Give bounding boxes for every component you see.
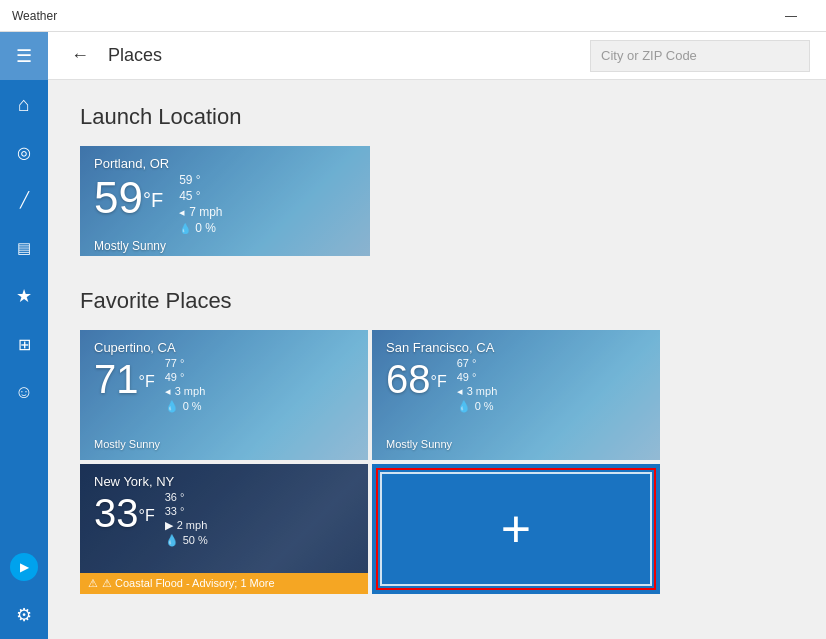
launch-low: 45 ° — [179, 189, 200, 203]
sidebar-item-maps[interactable]: ⊞ — [0, 320, 48, 368]
main-content: Launch Location Portland, OR 59°F 59 ° — [48, 80, 826, 639]
ny-high: 36 ° — [165, 491, 208, 503]
sidebar-item-hourly[interactable]: ╱ — [0, 176, 48, 224]
launch-condition: Mostly Sunny — [94, 239, 356, 253]
sidebar-item-favorites[interactable]: ★ — [0, 272, 48, 320]
add-plus-icon: + — [501, 503, 531, 555]
favorites-icon: ★ — [16, 285, 32, 307]
launch-high: 59 ° — [179, 173, 200, 187]
sf-wind-icon: ◂ — [457, 385, 463, 398]
launch-details: 59 ° 45 ° ◂ 7 mph 💧 0 % — [179, 173, 222, 235]
sidebar-item-msn[interactable]: ▶ — [0, 543, 48, 591]
ny-temp: 33°F — [94, 491, 155, 536]
sf-city: San Francisco, CA — [386, 340, 646, 355]
sf-temp-value: 68 — [386, 357, 431, 401]
favorites-grid: Cupertino, CA 71°F 77 ° 49 ° ◂3 mph 💧0 % — [80, 330, 660, 594]
alert-text: ⚠ Coastal Flood - Advisory; 1 More — [102, 577, 275, 590]
sf-details: 67 ° 49 ° ◂3 mph 💧0 % — [457, 357, 498, 413]
launch-temp: 59°F — [94, 173, 163, 223]
sidebar-item-news[interactable]: ☺ — [0, 368, 48, 416]
sidebar-item-current[interactable]: ◎ — [0, 128, 48, 176]
sf-low: 49 ° — [457, 371, 498, 383]
cupertino-temp-unit: °F — [139, 373, 155, 390]
cupertino-temp-row: 71°F 77 ° 49 ° ◂3 mph 💧0 % — [94, 357, 354, 436]
back-button[interactable]: ← — [64, 40, 96, 72]
ny-details: 36 ° 33 ° ▶2 mph 💧50 % — [165, 491, 208, 547]
ny-temp-value: 33 — [94, 491, 139, 535]
content-area: ← Places City or ZIP Code Launch Locatio… — [48, 32, 826, 639]
cupertino-high: 77 ° — [165, 357, 206, 369]
app-container: ☰ ⌂ ◎ ╱ ▤ ★ ⊞ ☺ ▶ ⚙ — [0, 32, 826, 639]
news-icon: ☺ — [15, 382, 33, 403]
ny-wind-icon: ▶ — [165, 519, 173, 532]
launch-low-row: 45 ° — [179, 189, 222, 203]
header: ← Places City or ZIP Code — [48, 32, 826, 80]
ny-temp-row: 33°F 36 ° 33 ° ▶2 mph 💧50 % — [94, 491, 354, 570]
cupertino-content: Cupertino, CA 71°F 77 ° 49 ° ◂3 mph 💧0 % — [80, 330, 368, 460]
favorite-card-san-francisco[interactable]: San Francisco, CA 68°F 67 ° 49 ° ◂3 mph … — [372, 330, 660, 460]
sf-temp-row: 68°F 67 ° 49 ° ◂3 mph 💧0 % — [386, 357, 646, 436]
back-icon: ← — [71, 45, 89, 66]
cupertino-details: 77 ° 49 ° ◂3 mph 💧0 % — [165, 357, 206, 413]
titlebar: Weather — — [0, 0, 826, 32]
sf-high: 67 ° — [457, 357, 498, 369]
daily-icon: ▤ — [17, 239, 31, 257]
launch-temp-value: 59 — [94, 173, 143, 222]
alert-icon: ⚠ — [88, 577, 98, 590]
sf-temp-unit: °F — [431, 373, 447, 390]
launch-temp-row: 59°F 59 ° 45 ° ◂ 7 mph — [94, 173, 356, 235]
home-icon: ⌂ — [18, 93, 30, 116]
ny-precip: 💧50 % — [165, 534, 208, 547]
sidebar-item-home[interactable]: ⌂ — [0, 80, 48, 128]
launch-card-content: Portland, OR 59°F 59 ° 45 ° — [80, 146, 370, 256]
launch-temp-unit: °F — [143, 189, 163, 211]
titlebar-controls: — — [768, 0, 814, 32]
cupertino-condition: Mostly Sunny — [94, 438, 354, 450]
search-input[interactable]: City or ZIP Code — [590, 40, 810, 72]
maps-icon: ⊞ — [18, 335, 31, 354]
sf-precip-icon: 💧 — [457, 400, 471, 413]
ny-low: 33 ° — [165, 505, 208, 517]
launch-high-row: 59 ° — [179, 173, 222, 187]
current-icon: ◎ — [17, 143, 31, 162]
hourly-icon: ╱ — [20, 191, 29, 209]
cupertino-low: 49 ° — [165, 371, 206, 383]
ny-temp-unit: °F — [139, 507, 155, 524]
sf-precip: 💧0 % — [457, 400, 498, 413]
launch-wind-row: ◂ 7 mph — [179, 205, 222, 219]
favorite-card-cupertino[interactable]: Cupertino, CA 71°F 77 ° 49 ° ◂3 mph 💧0 % — [80, 330, 368, 460]
sidebar-item-settings[interactable]: ⚙ — [0, 591, 48, 639]
ny-precip-icon: 💧 — [165, 534, 179, 547]
launch-wind: 7 mph — [189, 205, 222, 219]
page-title: Places — [108, 45, 578, 66]
sf-condition: Mostly Sunny — [386, 438, 646, 450]
sf-wind: ◂3 mph — [457, 385, 498, 398]
precip-drop-icon: 💧 — [179, 223, 191, 234]
cupertino-precip: 💧0 % — [165, 400, 206, 413]
cupertino-temp: 71°F — [94, 357, 155, 402]
settings-icon: ⚙ — [16, 604, 32, 626]
favorite-places-title: Favorite Places — [80, 288, 794, 314]
sidebar-item-hamburger[interactable]: ☰ — [0, 32, 48, 80]
launch-precip: 0 % — [195, 221, 216, 235]
cupertino-city: Cupertino, CA — [94, 340, 354, 355]
minimize-button[interactable]: — — [768, 0, 814, 32]
sf-content: San Francisco, CA 68°F 67 ° 49 ° ◂3 mph … — [372, 330, 660, 460]
app-title: Weather — [12, 9, 57, 23]
sidebar: ☰ ⌂ ◎ ╱ ▤ ★ ⊞ ☺ ▶ ⚙ — [0, 32, 48, 639]
wind-icon: ◂ — [179, 206, 185, 219]
sidebar-item-daily[interactable]: ▤ — [0, 224, 48, 272]
favorite-card-new-york[interactable]: New York, NY 33°F 36 ° 33 ° ▶2 mph 💧50 % — [80, 464, 368, 594]
launch-city: Portland, OR — [94, 156, 356, 171]
ny-wind: ▶2 mph — [165, 519, 208, 532]
sf-temp: 68°F — [386, 357, 447, 402]
launch-precip-row: 💧 0 % — [179, 221, 222, 235]
hamburger-icon: ☰ — [16, 45, 32, 67]
cupertino-temp-value: 71 — [94, 357, 139, 401]
add-favorite-button[interactable]: + — [372, 464, 660, 594]
launch-location-card[interactable]: Portland, OR 59°F 59 ° 45 ° — [80, 146, 370, 256]
cupertino-wind-icon: ◂ — [165, 385, 171, 398]
search-placeholder: City or ZIP Code — [601, 48, 697, 63]
launch-location-title: Launch Location — [80, 104, 794, 130]
cupertino-precip-icon: 💧 — [165, 400, 179, 413]
